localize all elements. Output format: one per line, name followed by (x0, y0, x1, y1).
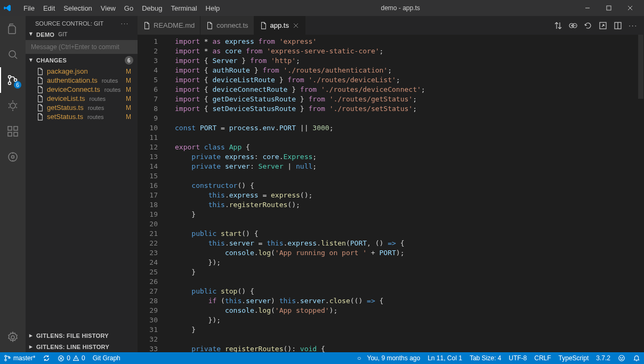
close-icon[interactable] (292, 22, 300, 29)
menu-file[interactable]: File (19, 2, 39, 14)
editor-area: README.mdconnect.tsapp.ts ··· 1234567891… (138, 16, 644, 352)
file-item[interactable]: deviceList.tsroutesM (26, 94, 138, 103)
svg-point-17 (5, 355, 6, 357)
encoding-status[interactable]: UTF-8 (505, 352, 530, 364)
language-status[interactable]: TypeScript (555, 352, 593, 364)
file-dir: routes (88, 105, 123, 111)
source-control-icon[interactable]: 6 (0, 67, 26, 93)
file-status: M (126, 68, 131, 75)
feedback-icon[interactable] (614, 352, 629, 364)
branch-status[interactable]: master* (0, 352, 39, 364)
bell-icon[interactable] (629, 352, 644, 364)
svg-rect-8 (14, 132, 18, 136)
file-icon (143, 22, 150, 29)
menu-terminal[interactable]: Terminal (166, 2, 201, 14)
minimize-button[interactable] (577, 0, 598, 16)
svg-rect-7 (8, 132, 12, 136)
menu-debug[interactable]: Debug (138, 2, 166, 14)
close-button[interactable] (619, 0, 641, 16)
file-item[interactable]: setStatus.tsroutesM (26, 112, 138, 121)
tab-connect-ts[interactable]: connect.ts (200, 16, 254, 35)
activity-bar: 6 (0, 16, 26, 352)
file-name: deviceList.ts (47, 94, 85, 102)
statusbar: master* 0 0 Git Graph ○ You, 9 months ag… (0, 352, 644, 364)
menu-help[interactable]: Help (202, 2, 224, 14)
file-icon (206, 22, 213, 29)
sidebar: SOURCE CONTROL: GIT ··· ▸ DEMO GIT ▸ CHA… (26, 16, 138, 352)
svg-point-10 (9, 153, 17, 161)
svg-point-18 (5, 359, 6, 361)
svg-point-2 (9, 76, 11, 78)
search-icon[interactable] (0, 42, 26, 67)
settings-gear-icon[interactable] (0, 325, 26, 350)
file-item[interactable]: getStatus.tsroutesM (26, 103, 138, 112)
file-icon (36, 104, 44, 112)
file-name: setStatus.ts (47, 113, 83, 121)
svg-rect-6 (8, 126, 12, 130)
file-dir: routes (90, 96, 123, 102)
file-status: M (126, 86, 131, 93)
menu-edit[interactable]: Edit (39, 2, 59, 14)
chevron-right-icon: ▸ (28, 343, 34, 350)
menu-view[interactable]: View (96, 2, 120, 14)
svg-point-5 (10, 103, 15, 108)
file-item[interactable]: authentication.tsroutesM (26, 76, 138, 85)
window-title: demo - app.ts (224, 4, 577, 12)
indent-status[interactable]: Tab Size: 4 (466, 352, 505, 364)
tab-label: connect.ts (216, 21, 248, 29)
svg-rect-9 (14, 126, 18, 130)
code-editor[interactable]: import * as express from 'express'import… (167, 35, 639, 352)
menu-go[interactable]: Go (120, 2, 138, 14)
scrollbar[interactable] (639, 35, 644, 352)
open-icon[interactable] (599, 21, 607, 30)
revert-icon[interactable] (584, 21, 592, 30)
maximize-button[interactable] (598, 0, 619, 16)
explorer-icon[interactable] (0, 16, 26, 42)
commit-message-input[interactable] (26, 40, 138, 54)
extensions-icon[interactable] (0, 118, 26, 144)
more-actions-icon[interactable]: ··· (629, 21, 638, 29)
blame-status[interactable]: ○ You, 9 months ago (353, 352, 424, 364)
file-icon (36, 86, 44, 93)
ts-version[interactable]: 3.7.2 (592, 352, 614, 364)
svg-point-1 (9, 51, 15, 57)
git-graph-status[interactable]: Git Graph (89, 352, 124, 364)
file-name: deviceConnect.ts (47, 85, 100, 93)
file-name: package.json (47, 67, 88, 75)
file-item[interactable]: package.jsonM (26, 67, 138, 76)
changes-header[interactable]: ▸ CHANGES 6 (26, 54, 138, 67)
eol-status[interactable]: CRLF (530, 352, 554, 364)
cursor-position[interactable]: Ln 11, Col 1 (424, 352, 466, 364)
file-icon (36, 77, 44, 84)
file-icon (260, 22, 267, 29)
svg-point-21 (619, 355, 625, 361)
tab-README-md[interactable]: README.md (138, 16, 200, 35)
svg-point-11 (12, 156, 14, 159)
file-name: getStatus.ts (47, 104, 84, 112)
file-icon (36, 95, 44, 102)
compare-icon[interactable] (554, 21, 562, 30)
more-icon[interactable]: ··· (121, 20, 129, 27)
gitlens-icon[interactable] (0, 144, 26, 170)
svg-point-22 (621, 358, 621, 358)
chevron-down-icon: ▸ (28, 31, 35, 38)
chevron-right-icon: ▸ (28, 332, 34, 339)
svg-point-12 (11, 336, 14, 339)
file-name: authentication.ts (47, 76, 98, 84)
diff-icon[interactable] (569, 21, 577, 30)
file-icon (36, 68, 44, 75)
repo-header[interactable]: ▸ DEMO GIT (26, 29, 138, 40)
debug-icon[interactable] (0, 93, 26, 118)
file-dir: routes (102, 77, 123, 84)
gitlens-file-history[interactable]: ▸ GITLENS: FILE HISTORY (26, 330, 138, 341)
menu-selection[interactable]: Selection (59, 2, 96, 14)
tab-app-ts[interactable]: app.ts (254, 16, 305, 35)
tabbar: README.mdconnect.tsapp.ts ··· (138, 16, 644, 35)
problems-status[interactable]: 0 0 (54, 352, 88, 364)
file-item[interactable]: deviceConnect.tsroutesM (26, 85, 138, 94)
tab-label: app.ts (270, 21, 289, 29)
file-status: M (126, 77, 131, 84)
gitlens-line-history[interactable]: ▸ GITLENS: LINE HISTORY (26, 341, 138, 352)
split-icon[interactable] (614, 21, 622, 30)
sync-status[interactable] (39, 352, 54, 364)
